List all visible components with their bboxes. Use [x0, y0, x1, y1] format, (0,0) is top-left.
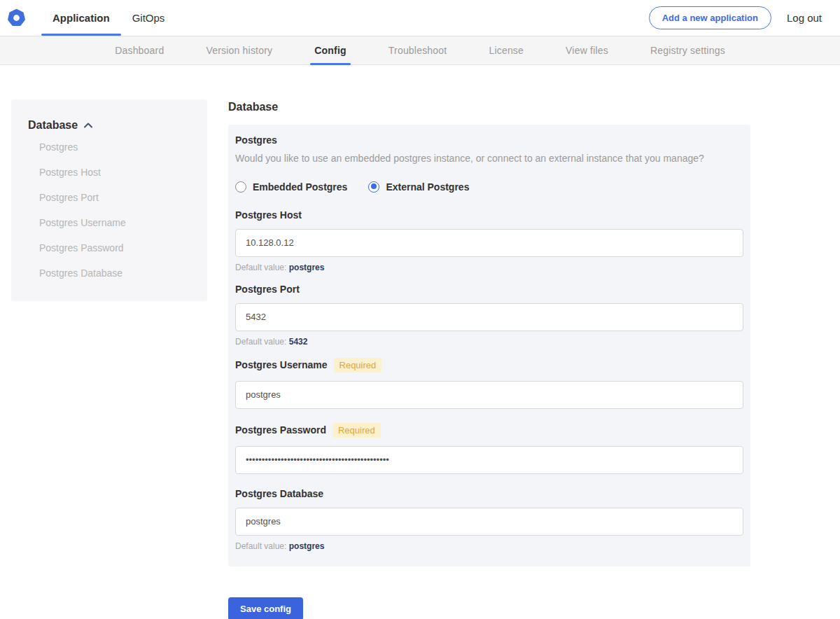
postgres-mode-radio-group: Embedded Postgres External Postgres	[235, 181, 743, 193]
top-bar: Application GitOps Add a new application…	[0, 0, 840, 36]
config-sidebar: Database Postgres Postgres Host Postgres…	[11, 99, 207, 301]
app-subnav: Dashboard Version history Config Trouble…	[0, 36, 840, 65]
subnav-troubleshoot[interactable]: Troubleshoot	[368, 36, 468, 64]
sidebar-item-postgres[interactable]: Postgres	[28, 134, 190, 160]
radio-embedded-postgres[interactable]: Embedded Postgres	[235, 181, 347, 193]
subnav-version-history[interactable]: Version history	[185, 36, 293, 64]
config-group-card: Postgres Would you like to use an embedd…	[228, 125, 750, 566]
radio-checked-icon	[368, 181, 379, 193]
postgres-port-default: Default value: 5432	[235, 337, 743, 347]
tab-gitops[interactable]: GitOps	[121, 0, 176, 36]
radio-external-postgres[interactable]: External Postgres	[368, 181, 469, 193]
postgres-group-label: Postgres	[235, 134, 743, 146]
radio-embedded-label: Embedded Postgres	[253, 181, 347, 193]
page-title: Database	[228, 101, 750, 113]
app-logo[interactable]	[7, 0, 34, 36]
subnav-view-files[interactable]: View files	[545, 36, 629, 64]
sidebar-group-label: Database	[28, 119, 78, 132]
field-label-postgres-port: Postgres Port	[235, 284, 300, 295]
tab-application[interactable]: Application	[41, 0, 121, 36]
sidebar-group-database[interactable]: Database	[28, 119, 190, 132]
top-tabs: Application GitOps	[41, 0, 176, 36]
logo-icon	[7, 8, 26, 27]
subnav-registry-settings[interactable]: Registry settings	[629, 36, 746, 64]
postgres-username-input[interactable]	[235, 381, 743, 409]
config-main: Database Postgres Would you like to use …	[228, 99, 750, 619]
subnav-dashboard[interactable]: Dashboard	[94, 36, 185, 64]
subnav-license[interactable]: License	[468, 36, 545, 64]
add-new-application-button[interactable]: Add a new application	[649, 6, 771, 29]
sidebar-item-postgres-port[interactable]: Postgres Port	[28, 185, 190, 210]
default-value: postgres	[289, 263, 325, 272]
default-label: Default value:	[235, 337, 286, 347]
radio-external-label: External Postgres	[386, 181, 469, 193]
sidebar-item-postgres-host[interactable]: Postgres Host	[28, 160, 190, 185]
default-value: 5432	[289, 337, 308, 347]
save-config-button[interactable]: Save config	[228, 597, 303, 619]
required-badge: Required	[332, 423, 381, 438]
subnav-config[interactable]: Config	[293, 36, 368, 64]
radio-unchecked-icon	[235, 181, 246, 193]
postgres-password-input[interactable]	[235, 446, 743, 474]
field-label-postgres-password: Postgres Password	[235, 424, 326, 436]
chevron-up-icon	[83, 122, 93, 129]
logout-button[interactable]: Log out	[787, 12, 822, 24]
default-label: Default value:	[235, 541, 286, 551]
top-bar-right: Add a new application Log out	[649, 0, 840, 36]
sidebar-item-postgres-username[interactable]: Postgres Username	[28, 210, 190, 235]
field-label-postgres-host: Postgres Host	[235, 209, 302, 221]
postgres-host-input[interactable]	[235, 229, 743, 257]
default-label: Default value:	[235, 263, 286, 272]
postgres-host-default: Default value: postgres	[235, 263, 743, 272]
postgres-group-description: Would you like to use an embedded postgr…	[235, 152, 743, 166]
sidebar-item-list: Postgres Postgres Host Postgres Port Pos…	[28, 134, 190, 286]
postgres-database-default: Default value: postgres	[235, 541, 743, 551]
postgres-port-input[interactable]	[235, 303, 743, 331]
required-badge: Required	[334, 358, 382, 373]
postgres-database-input[interactable]	[235, 508, 743, 536]
default-value: postgres	[289, 541, 325, 551]
field-label-postgres-database: Postgres Database	[235, 488, 323, 499]
field-label-postgres-username: Postgres Username	[235, 359, 328, 370]
sidebar-item-postgres-password[interactable]: Postgres Password	[28, 235, 190, 260]
content-area: Database Postgres Postgres Host Postgres…	[0, 65, 840, 619]
sidebar-item-postgres-database[interactable]: Postgres Database	[28, 260, 190, 286]
